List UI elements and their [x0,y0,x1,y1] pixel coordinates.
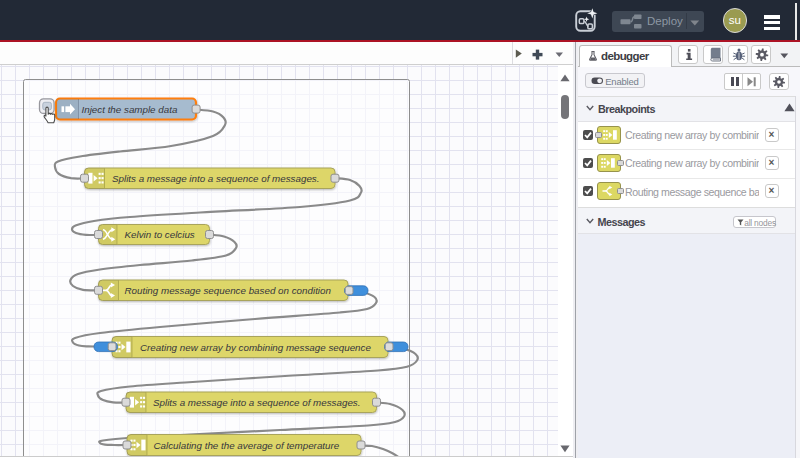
svg-text:Routing message sequence based: Routing message sequence based on condit… [125,285,331,296]
svg-text:Splits a message into a sequen: Splits a message into a sequence of mess… [112,173,320,184]
svg-text:Creating new array by combinin: Creating new array by combining message … [140,342,371,353]
svg-text:Kelvin to celcius: Kelvin to celcius [125,229,195,240]
svg-text:Inject the sample data: Inject the sample data [82,104,178,115]
svg-text:Calculating the the average of: Calculating the the average of temperatu… [154,440,340,451]
svg-text:Splits a message into a sequen: Splits a message into a sequence of mess… [153,397,361,408]
